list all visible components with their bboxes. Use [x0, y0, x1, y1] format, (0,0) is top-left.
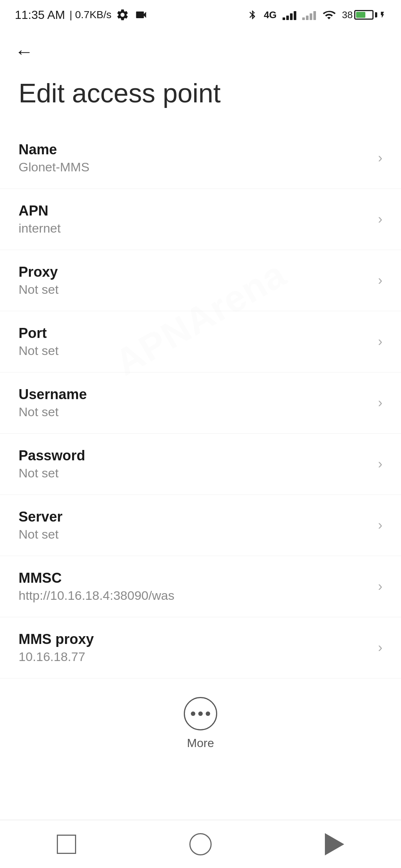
chevron-right-icon: ›: [378, 640, 382, 655]
settings-item-value: http://10.16.18.4:38090/was: [19, 588, 371, 603]
settings-item-content: MMSC http://10.16.18.4:38090/was: [19, 570, 371, 603]
settings-item-value: Not set: [19, 466, 371, 480]
settings-item-value: Glonet-MMS: [19, 160, 371, 174]
chevron-right-icon: ›: [378, 211, 382, 227]
settings-item-value: Not set: [19, 282, 371, 297]
recent-apps-icon: [57, 835, 76, 854]
chevron-right-icon: ›: [378, 150, 382, 166]
back-button[interactable]: ←: [0, 30, 401, 70]
settings-item-value: Not set: [19, 405, 371, 419]
camera-icon: [134, 8, 149, 22]
charging-icon: [379, 9, 386, 21]
nav-recent-apps[interactable]: [49, 827, 84, 861]
nav-bar: [0, 820, 401, 868]
back-arrow-icon: ←: [15, 41, 33, 62]
settings-item-value: Not set: [19, 527, 371, 542]
signal-bars: [283, 10, 296, 20]
bluetooth-icon: [247, 8, 258, 22]
settings-item-username[interactable]: Username Not set ›: [0, 372, 401, 434]
settings-item-name[interactable]: Name Glonet-MMS ›: [0, 128, 401, 189]
home-icon: [189, 833, 212, 855]
settings-item-label: MMS proxy: [19, 631, 371, 647]
settings-item-mmsc[interactable]: MMSC http://10.16.18.4:38090/was ›: [0, 556, 401, 617]
settings-item-label: Server: [19, 509, 371, 525]
settings-item-value: Not set: [19, 343, 371, 358]
chevron-right-icon: ›: [378, 517, 382, 533]
settings-item-content: Password Not set: [19, 448, 371, 480]
nav-back[interactable]: [317, 826, 352, 863]
more-dots-icon: [191, 711, 210, 716]
settings-item-label: MMSC: [19, 570, 371, 586]
more-button-container: More: [0, 682, 401, 765]
settings-icon: [116, 8, 129, 22]
settings-item-label: Name: [19, 142, 371, 158]
back-nav-icon: [325, 833, 344, 855]
nav-home[interactable]: [182, 826, 219, 863]
settings-item-label: Proxy: [19, 264, 371, 280]
status-bar: 11:35 AM | 0.7KB/s 4G: [0, 0, 401, 30]
signal-bars-2: [302, 10, 316, 20]
chevron-right-icon: ›: [378, 579, 382, 594]
settings-list: Name Glonet-MMS › APN internet › Proxy N…: [0, 128, 401, 678]
settings-item-content: Server Not set: [19, 509, 371, 542]
settings-item-proxy[interactable]: Proxy Not set ›: [0, 250, 401, 311]
settings-item-content: Name Glonet-MMS: [19, 142, 371, 174]
page-title: Edit access point: [0, 70, 401, 128]
settings-item-value: 10.16.18.77: [19, 650, 371, 664]
settings-item-apn[interactable]: APN internet ›: [0, 189, 401, 250]
settings-item-server[interactable]: Server Not set ›: [0, 495, 401, 556]
settings-item-content: MMS proxy 10.16.18.77: [19, 631, 371, 664]
settings-item-value: internet: [19, 221, 371, 236]
more-button[interactable]: [184, 697, 217, 730]
chevron-right-icon: ›: [378, 395, 382, 411]
network-type: 4G: [264, 9, 277, 21]
settings-item-content: Port Not set: [19, 325, 371, 358]
status-time: 11:35 AM: [15, 8, 65, 22]
settings-item-label: Password: [19, 448, 371, 464]
chevron-right-icon: ›: [378, 273, 382, 288]
chevron-right-icon: ›: [378, 456, 382, 472]
status-bar-right: 4G 38: [247, 8, 386, 22]
settings-item-label: Username: [19, 387, 371, 402]
wifi-icon: [322, 8, 336, 22]
settings-item-label: Port: [19, 325, 371, 341]
settings-item-password[interactable]: Password Not set ›: [0, 434, 401, 495]
settings-item-mms-proxy[interactable]: MMS proxy 10.16.18.77 ›: [0, 617, 401, 678]
status-speed: | 0.7KB/s: [69, 9, 111, 21]
settings-item-port[interactable]: Port Not set ›: [0, 311, 401, 372]
chevron-right-icon: ›: [378, 334, 382, 349]
settings-item-content: Username Not set: [19, 387, 371, 419]
status-bar-left: 11:35 AM | 0.7KB/s: [15, 8, 149, 22]
battery-indicator: 38: [342, 9, 386, 21]
more-label: More: [187, 736, 214, 750]
settings-item-label: APN: [19, 203, 371, 219]
settings-item-content: Proxy Not set: [19, 264, 371, 297]
settings-item-content: APN internet: [19, 203, 371, 236]
